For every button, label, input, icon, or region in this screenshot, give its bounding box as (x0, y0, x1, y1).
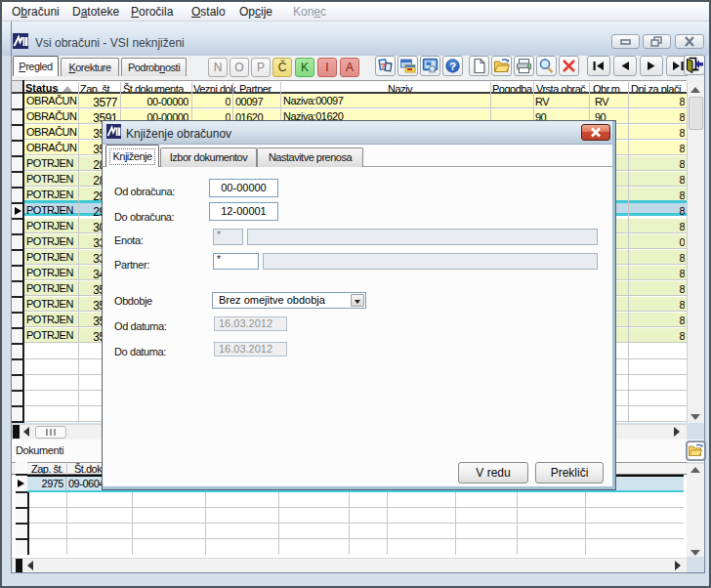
svg-text:?: ? (380, 62, 386, 71)
svg-text:?: ? (449, 61, 456, 72)
